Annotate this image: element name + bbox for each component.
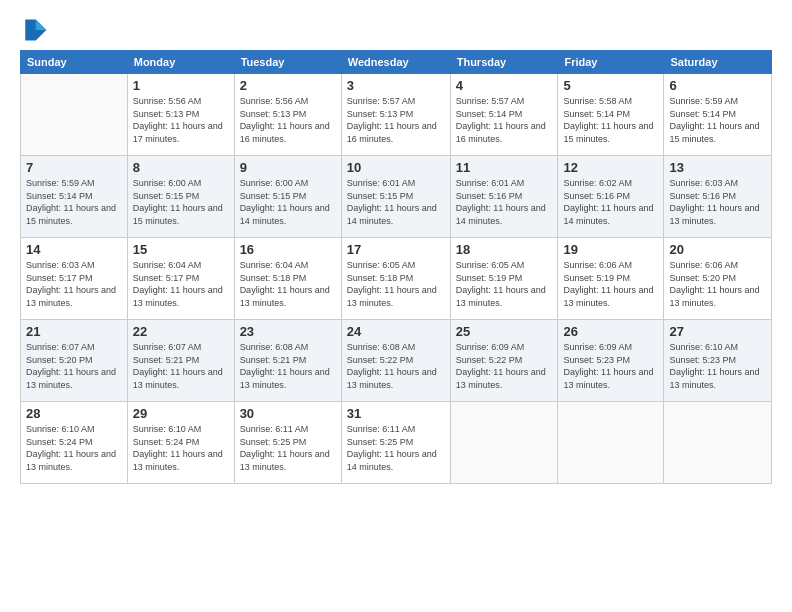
day-info: Sunrise: 6:11 AMSunset: 5:25 PMDaylight:…: [347, 423, 445, 473]
day-number: 16: [240, 242, 336, 257]
day-cell: [664, 402, 772, 484]
day-info: Sunrise: 6:11 AMSunset: 5:25 PMDaylight:…: [240, 423, 336, 473]
day-cell: 16Sunrise: 6:04 AMSunset: 5:18 PMDayligh…: [234, 238, 341, 320]
day-cell: 4Sunrise: 5:57 AMSunset: 5:14 PMDaylight…: [450, 74, 558, 156]
day-number: 13: [669, 160, 766, 175]
day-cell: 14Sunrise: 6:03 AMSunset: 5:17 PMDayligh…: [21, 238, 128, 320]
day-info: Sunrise: 6:00 AMSunset: 5:15 PMDaylight:…: [240, 177, 336, 227]
day-number: 17: [347, 242, 445, 257]
day-cell: 3Sunrise: 5:57 AMSunset: 5:13 PMDaylight…: [341, 74, 450, 156]
day-number: 27: [669, 324, 766, 339]
day-number: 2: [240, 78, 336, 93]
svg-marker-1: [36, 20, 47, 31]
day-number: 26: [563, 324, 658, 339]
day-info: Sunrise: 6:02 AMSunset: 5:16 PMDaylight:…: [563, 177, 658, 227]
day-number: 8: [133, 160, 229, 175]
day-number: 9: [240, 160, 336, 175]
day-info: Sunrise: 6:10 AMSunset: 5:23 PMDaylight:…: [669, 341, 766, 391]
day-number: 30: [240, 406, 336, 421]
day-info: Sunrise: 6:03 AMSunset: 5:16 PMDaylight:…: [669, 177, 766, 227]
day-cell: 25Sunrise: 6:09 AMSunset: 5:22 PMDayligh…: [450, 320, 558, 402]
day-info: Sunrise: 6:04 AMSunset: 5:17 PMDaylight:…: [133, 259, 229, 309]
day-cell: 22Sunrise: 6:07 AMSunset: 5:21 PMDayligh…: [127, 320, 234, 402]
column-header-monday: Monday: [127, 51, 234, 74]
day-number: 12: [563, 160, 658, 175]
day-info: Sunrise: 6:06 AMSunset: 5:20 PMDaylight:…: [669, 259, 766, 309]
day-cell: 27Sunrise: 6:10 AMSunset: 5:23 PMDayligh…: [664, 320, 772, 402]
week-row-3: 14Sunrise: 6:03 AMSunset: 5:17 PMDayligh…: [21, 238, 772, 320]
day-cell: 12Sunrise: 6:02 AMSunset: 5:16 PMDayligh…: [558, 156, 664, 238]
day-cell: 13Sunrise: 6:03 AMSunset: 5:16 PMDayligh…: [664, 156, 772, 238]
logo: [20, 16, 52, 44]
day-number: 20: [669, 242, 766, 257]
day-info: Sunrise: 6:10 AMSunset: 5:24 PMDaylight:…: [26, 423, 122, 473]
day-cell: 6Sunrise: 5:59 AMSunset: 5:14 PMDaylight…: [664, 74, 772, 156]
day-cell: 11Sunrise: 6:01 AMSunset: 5:16 PMDayligh…: [450, 156, 558, 238]
day-info: Sunrise: 6:01 AMSunset: 5:15 PMDaylight:…: [347, 177, 445, 227]
day-cell: 31Sunrise: 6:11 AMSunset: 5:25 PMDayligh…: [341, 402, 450, 484]
week-row-1: 1Sunrise: 5:56 AMSunset: 5:13 PMDaylight…: [21, 74, 772, 156]
day-cell: 5Sunrise: 5:58 AMSunset: 5:14 PMDaylight…: [558, 74, 664, 156]
week-row-4: 21Sunrise: 6:07 AMSunset: 5:20 PMDayligh…: [21, 320, 772, 402]
day-number: 14: [26, 242, 122, 257]
day-number: 29: [133, 406, 229, 421]
day-cell: 23Sunrise: 6:08 AMSunset: 5:21 PMDayligh…: [234, 320, 341, 402]
day-number: 4: [456, 78, 553, 93]
day-cell: 8Sunrise: 6:00 AMSunset: 5:15 PMDaylight…: [127, 156, 234, 238]
day-cell: 15Sunrise: 6:04 AMSunset: 5:17 PMDayligh…: [127, 238, 234, 320]
day-info: Sunrise: 6:00 AMSunset: 5:15 PMDaylight:…: [133, 177, 229, 227]
day-info: Sunrise: 6:04 AMSunset: 5:18 PMDaylight:…: [240, 259, 336, 309]
day-info: Sunrise: 6:05 AMSunset: 5:18 PMDaylight:…: [347, 259, 445, 309]
day-number: 24: [347, 324, 445, 339]
day-info: Sunrise: 5:59 AMSunset: 5:14 PMDaylight:…: [669, 95, 766, 145]
day-cell: 7Sunrise: 5:59 AMSunset: 5:14 PMDaylight…: [21, 156, 128, 238]
column-header-tuesday: Tuesday: [234, 51, 341, 74]
day-cell: 2Sunrise: 5:56 AMSunset: 5:13 PMDaylight…: [234, 74, 341, 156]
day-info: Sunrise: 5:58 AMSunset: 5:14 PMDaylight:…: [563, 95, 658, 145]
day-info: Sunrise: 6:05 AMSunset: 5:19 PMDaylight:…: [456, 259, 553, 309]
day-number: 22: [133, 324, 229, 339]
day-info: Sunrise: 6:06 AMSunset: 5:19 PMDaylight:…: [563, 259, 658, 309]
column-header-wednesday: Wednesday: [341, 51, 450, 74]
day-cell: 20Sunrise: 6:06 AMSunset: 5:20 PMDayligh…: [664, 238, 772, 320]
day-number: 21: [26, 324, 122, 339]
day-cell: 1Sunrise: 5:56 AMSunset: 5:13 PMDaylight…: [127, 74, 234, 156]
header: [20, 16, 772, 44]
day-number: 1: [133, 78, 229, 93]
day-number: 25: [456, 324, 553, 339]
day-number: 19: [563, 242, 658, 257]
day-cell: 24Sunrise: 6:08 AMSunset: 5:22 PMDayligh…: [341, 320, 450, 402]
day-info: Sunrise: 5:56 AMSunset: 5:13 PMDaylight:…: [133, 95, 229, 145]
day-info: Sunrise: 6:07 AMSunset: 5:20 PMDaylight:…: [26, 341, 122, 391]
day-cell: 29Sunrise: 6:10 AMSunset: 5:24 PMDayligh…: [127, 402, 234, 484]
day-info: Sunrise: 5:56 AMSunset: 5:13 PMDaylight:…: [240, 95, 336, 145]
day-number: 31: [347, 406, 445, 421]
day-info: Sunrise: 6:08 AMSunset: 5:22 PMDaylight:…: [347, 341, 445, 391]
day-cell: 30Sunrise: 6:11 AMSunset: 5:25 PMDayligh…: [234, 402, 341, 484]
column-header-sunday: Sunday: [21, 51, 128, 74]
day-number: 28: [26, 406, 122, 421]
calendar-table: SundayMondayTuesdayWednesdayThursdayFrid…: [20, 50, 772, 484]
day-cell: 19Sunrise: 6:06 AMSunset: 5:19 PMDayligh…: [558, 238, 664, 320]
day-info: Sunrise: 5:59 AMSunset: 5:14 PMDaylight:…: [26, 177, 122, 227]
calendar-page: SundayMondayTuesdayWednesdayThursdayFrid…: [0, 0, 792, 612]
day-info: Sunrise: 6:09 AMSunset: 5:22 PMDaylight:…: [456, 341, 553, 391]
day-number: 10: [347, 160, 445, 175]
day-number: 7: [26, 160, 122, 175]
day-cell: 9Sunrise: 6:00 AMSunset: 5:15 PMDaylight…: [234, 156, 341, 238]
day-info: Sunrise: 6:01 AMSunset: 5:16 PMDaylight:…: [456, 177, 553, 227]
day-cell: 10Sunrise: 6:01 AMSunset: 5:15 PMDayligh…: [341, 156, 450, 238]
column-header-thursday: Thursday: [450, 51, 558, 74]
day-cell: [21, 74, 128, 156]
day-cell: 21Sunrise: 6:07 AMSunset: 5:20 PMDayligh…: [21, 320, 128, 402]
day-cell: 26Sunrise: 6:09 AMSunset: 5:23 PMDayligh…: [558, 320, 664, 402]
day-number: 3: [347, 78, 445, 93]
day-number: 6: [669, 78, 766, 93]
week-row-2: 7Sunrise: 5:59 AMSunset: 5:14 PMDaylight…: [21, 156, 772, 238]
day-cell: [558, 402, 664, 484]
day-cell: 18Sunrise: 6:05 AMSunset: 5:19 PMDayligh…: [450, 238, 558, 320]
day-number: 11: [456, 160, 553, 175]
week-row-5: 28Sunrise: 6:10 AMSunset: 5:24 PMDayligh…: [21, 402, 772, 484]
logo-icon: [20, 16, 48, 44]
day-info: Sunrise: 5:57 AMSunset: 5:14 PMDaylight:…: [456, 95, 553, 145]
